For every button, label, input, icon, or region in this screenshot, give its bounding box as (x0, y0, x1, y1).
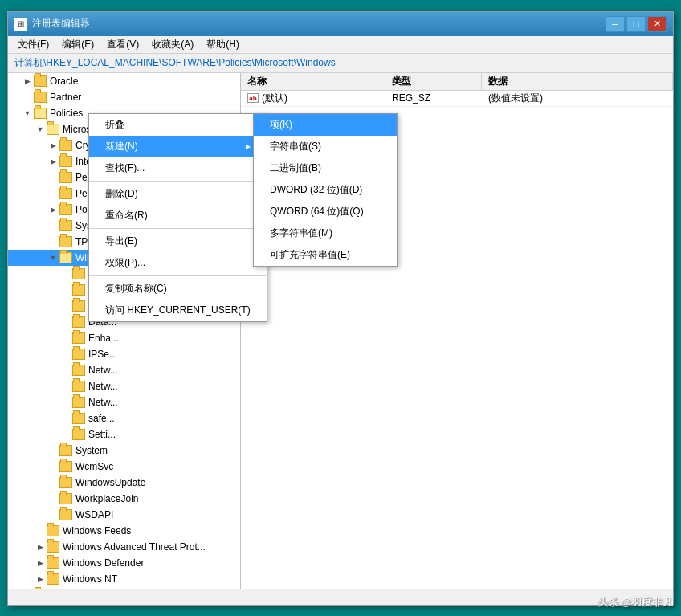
ctx-rename-label: 重命名(R) (105, 209, 148, 222)
tree-item-wat[interactable]: ▶ Windows Advanced Threat Prot... (8, 539, 240, 555)
address-path: 计算机\HKEY_LOCAL_MACHINE\SOFTWARE\Policies… (14, 56, 336, 70)
context-menu: 折叠 新建(N) ▶ 查找(F)... 删除(D) 重命名(R) 导出(E) 权… (88, 113, 267, 322)
folder-icon-data (72, 316, 85, 328)
folder-icon-ie (59, 156, 72, 167)
menu-view[interactable]: 查看(V) (100, 36, 145, 53)
tree-item-windowsupdate[interactable]: WindowsUpdate (8, 475, 240, 491)
tree-item-netw3[interactable]: Netw... (8, 394, 240, 410)
folder-icon-netw1 (72, 365, 85, 376)
toggle-wcmsvc (47, 460, 59, 473)
menu-file[interactable]: 文件(F) (11, 36, 55, 53)
ctx-visit-hkcu[interactable]: 访问 HKEY_CURRENT_USER(T) (89, 300, 267, 321)
folder-icon-windows-nt (47, 573, 59, 585)
app-icon: ⊞ (14, 18, 27, 31)
ctx-export[interactable]: 导出(E) (89, 230, 267, 252)
ctx-new[interactable]: 新建(N) ▶ (89, 136, 267, 157)
toggle-data (59, 316, 72, 328)
ctx-find[interactable]: 查找(F)... (89, 157, 267, 179)
toggle-system (47, 444, 59, 457)
sub-ctx-expandstring[interactable]: 可扩充字符串值(E) (254, 244, 397, 266)
sub-ctx-qword[interactable]: QWORD (64 位)值(Q) (254, 201, 397, 222)
tree-item-windows-nt[interactable]: ▶ Windows NT (8, 571, 240, 587)
detail-row-default[interactable]: ab (默认) REG_SZ (数值未设置) (241, 91, 673, 107)
toggle-peernet (47, 187, 59, 200)
folder-icon-windows-feeds (47, 525, 59, 536)
toggle-microsoft: ▼ (34, 123, 47, 136)
toggle-netw3 (59, 396, 72, 409)
tree-item-workplacejoin[interactable]: WorkplaceJoin (8, 491, 240, 507)
folder-icon-tpm (59, 236, 72, 247)
ctx-export-label: 导出(E) (105, 235, 137, 248)
label-policies: Policies (50, 108, 83, 119)
window-title: 注册表编辑器 (32, 17, 606, 31)
window-controls: ─ □ ✕ (606, 16, 667, 32)
folder-icon-setti (72, 429, 85, 440)
ctx-copy-name[interactable]: 复制项名称(C) (89, 278, 267, 300)
tree-item-netw1[interactable]: Netw... (8, 362, 240, 378)
toggle-peerdist (47, 171, 59, 184)
label-windows-feeds: Windows Feeds (63, 525, 131, 536)
folder-icon-policies (34, 108, 47, 119)
tree-item-system[interactable]: System (8, 443, 240, 459)
maximize-button[interactable]: □ (626, 16, 646, 32)
toggle-power: ▶ (47, 203, 59, 216)
tree-item-netw2[interactable]: Netw... (8, 378, 240, 394)
tree-item-safe[interactable]: safe... (8, 410, 240, 426)
reg-icon-ab: ab (247, 93, 259, 103)
toggle-app (59, 267, 72, 280)
menu-edit[interactable]: 编辑(E) (55, 36, 100, 53)
label-partner: Partner (50, 92, 81, 103)
tree-item-windows-feeds[interactable]: Windows Feeds (8, 523, 240, 539)
sub-ctx-multistring-label: 多字符串值(M) (270, 227, 332, 239)
toggle-systemcerts (47, 219, 59, 232)
label-netw2: Netw... (88, 381, 118, 392)
ctx-collapse[interactable]: 折叠 (89, 114, 267, 136)
address-bar: 计算机\HKEY_LOCAL_MACHINE\SOFTWARE\Policies… (8, 54, 673, 73)
sub-ctx-multistring[interactable]: 多字符串值(M) (254, 222, 397, 244)
tree-item-wcmsvc[interactable]: WcmSvc (8, 459, 240, 475)
toggle-curr (59, 300, 72, 312)
toggle-workplacejoin (47, 492, 59, 505)
tree-item-enha[interactable]: Enha... (8, 330, 240, 346)
folder-icon-ipse (72, 349, 85, 360)
label-system: System (75, 445, 108, 456)
col-header-data: 数据 (482, 73, 673, 90)
ctx-sep2 (89, 228, 267, 229)
tree-item-oracle[interactable]: ▶ Oracle (8, 73, 240, 89)
folder-icon-systemcerts (59, 220, 72, 231)
toggle-wat: ▶ (34, 541, 47, 553)
folder-icon-oracle (34, 75, 47, 87)
tree-item-partner[interactable]: Partner (8, 89, 240, 105)
ctx-permissions[interactable]: 权限(P)... (89, 252, 267, 274)
ctx-delete-label: 删除(D) (105, 187, 138, 201)
sub-ctx-string[interactable]: 字符串值(S) (254, 136, 397, 157)
ctx-delete[interactable]: 删除(D) (89, 183, 267, 205)
ctx-rename[interactable]: 重命名(R) (89, 205, 267, 226)
tree-item-wsdapi[interactable]: WSDAPI (8, 507, 240, 523)
toggle-oracle: ▶ (21, 75, 34, 88)
toggle-windows-defender: ▶ (34, 557, 47, 569)
menu-favorites[interactable]: 收藏夹(A) (145, 36, 200, 53)
tree-item-realtek[interactable]: ▶ Realtek (8, 587, 240, 589)
label-wat: Windows Advanced Threat Prot... (63, 541, 206, 553)
folder-icon-workplacejoin (59, 493, 72, 504)
menu-help[interactable]: 帮助(H) (200, 36, 246, 53)
ctx-new-arrow: ▶ (246, 143, 251, 150)
tree-item-ipse[interactable]: IPSe... (8, 346, 240, 362)
label-windows-nt: Windows NT (63, 573, 117, 585)
sub-ctx-dword[interactable]: DWORD (32 位)值(D) (254, 179, 397, 201)
label-setti: Setti... (88, 429, 116, 440)
tree-item-setti[interactable]: Setti... (8, 426, 240, 443)
label-wcmsvc: WcmSvc (75, 461, 113, 472)
minimize-button[interactable]: ─ (606, 16, 625, 32)
folder-icon-safe (72, 413, 85, 424)
toggle-cryptography: ▶ (47, 139, 59, 152)
ctx-new-label: 新建(N) (105, 140, 138, 153)
folder-icon-system (59, 445, 72, 456)
sub-ctx-key[interactable]: 项(K) (254, 114, 397, 136)
folder-icon-enha (72, 332, 85, 344)
toggle-enha (59, 332, 72, 345)
sub-ctx-binary[interactable]: 二进制值(B) (254, 157, 397, 179)
close-button[interactable]: ✕ (647, 16, 667, 32)
tree-item-windows-defender[interactable]: ▶ Windows Defender (8, 555, 240, 571)
